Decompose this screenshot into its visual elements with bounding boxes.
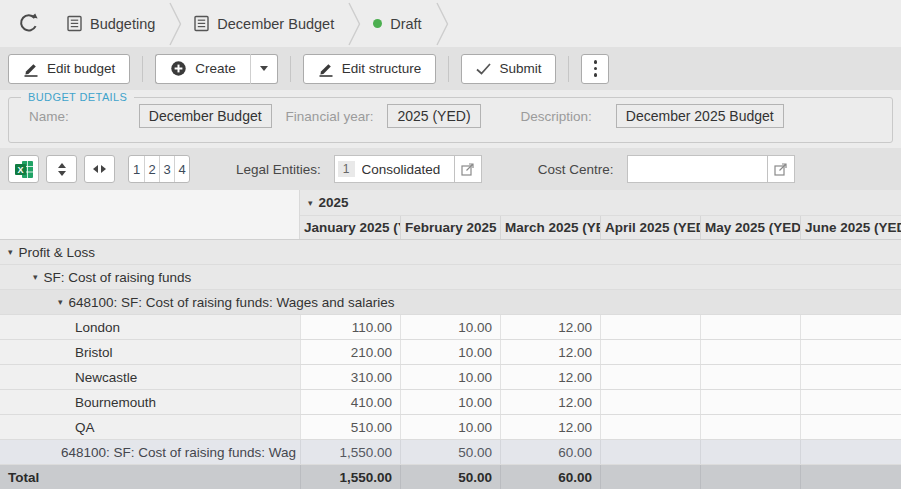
expand-collapse-columns-button[interactable]: [84, 155, 115, 183]
legal-entities-field[interactable]: 1 Consolidated: [334, 155, 482, 183]
breadcrumb-item-december-budget[interactable]: December Budget: [194, 15, 334, 32]
create-dropdown-button[interactable]: [250, 54, 278, 84]
group-row-profit-and-loss[interactable]: ▾ Profit & Loss: [0, 240, 901, 265]
arrow-up-icon: [58, 163, 66, 168]
status-badge: Draft: [390, 16, 421, 32]
cell-value[interactable]: 12.00: [500, 415, 600, 439]
cost-centre-popout-button[interactable]: [767, 155, 795, 183]
cell-value[interactable]: [600, 365, 700, 389]
collapse-triangle-icon: ▾: [33, 272, 38, 282]
budget-grid: ▾ 2025 January 2025 (Y February 2025 ( M…: [0, 190, 901, 489]
cell-value[interactable]: [600, 340, 700, 364]
pencil-icon: [23, 61, 39, 77]
cell-value[interactable]: [600, 390, 700, 414]
page-button-2[interactable]: 2: [144, 156, 159, 182]
refresh-button[interactable]: [16, 11, 41, 36]
group-row-sf-cost-of-raising-funds[interactable]: ▾ SF: Cost of raising funds: [0, 265, 901, 290]
cell-value[interactable]: [600, 415, 700, 439]
breadcrumb-separator: [435, 2, 450, 46]
budget-details-legend: BUDGET DETAILS: [21, 91, 134, 103]
cell-value[interactable]: [700, 340, 800, 364]
budget-details-fieldset: BUDGET DETAILS Name: December Budget Fin…: [8, 91, 893, 143]
grid-header: ▾ 2025 January 2025 (Y February 2025 ( M…: [0, 190, 901, 240]
cost-centre-field[interactable]: [627, 155, 795, 183]
submit-button[interactable]: Submit: [461, 54, 556, 84]
column-header-may: May 2025 (YED): [700, 216, 800, 239]
more-options-button[interactable]: [581, 54, 609, 84]
cell-value[interactable]: 10.00: [400, 315, 500, 339]
description-label: Description:: [521, 109, 592, 124]
table-row-london: London 110.00 10.00 12.00: [0, 315, 901, 340]
svg-text:X: X: [17, 164, 23, 174]
expand-collapse-rows-button[interactable]: [46, 155, 77, 183]
cell-value[interactable]: [800, 415, 901, 439]
cell-value[interactable]: [700, 415, 800, 439]
cell-value[interactable]: [800, 340, 901, 364]
total-value: 60.00: [500, 465, 600, 489]
toolbar-divider: [142, 56, 143, 82]
grid-header-corner: [0, 190, 300, 239]
cell-value[interactable]: 510.00: [300, 415, 400, 439]
collapse-triangle-icon: ▾: [308, 198, 313, 208]
cell-value[interactable]: [700, 315, 800, 339]
budget-details-section: BUDGET DETAILS Name: December Budget Fin…: [0, 90, 901, 148]
cell-value[interactable]: 410.00: [300, 390, 400, 414]
collapse-triangle-icon: ▾: [8, 247, 13, 257]
popout-icon: [774, 163, 787, 176]
cell-value[interactable]: 110.00: [300, 315, 400, 339]
page-selector: 1 2 3 4: [128, 155, 190, 183]
excel-icon: X: [14, 160, 34, 179]
breadcrumb-item-draft-status[interactable]: Draft: [373, 16, 421, 32]
table-row-qa: QA 510.00 10.00 12.00: [0, 415, 901, 440]
cell-value[interactable]: [600, 315, 700, 339]
popout-icon: [461, 163, 474, 176]
group-row-label: 648100: SF: Cost of raising funds: Wages…: [69, 295, 395, 310]
collapse-triangle-icon: ▾: [58, 297, 63, 307]
group-row-648100-wages-and-salaries[interactable]: ▾ 648100: SF: Cost of raising funds: Wag…: [0, 290, 901, 315]
create-button[interactable]: Create: [155, 54, 250, 84]
cell-value[interactable]: 12.00: [500, 315, 600, 339]
document-icon: [67, 15, 82, 32]
export-excel-button[interactable]: X: [8, 155, 39, 183]
cell-value[interactable]: 10.00: [400, 365, 500, 389]
cell-value[interactable]: 10.00: [400, 390, 500, 414]
cell-value[interactable]: 12.00: [500, 365, 600, 389]
table-row-bournemouth: Bournemouth 410.00 10.00 12.00: [0, 390, 901, 415]
cell-value[interactable]: [800, 390, 901, 414]
legal-entities-popout-button[interactable]: [454, 155, 482, 183]
edit-budget-button[interactable]: Edit budget: [8, 54, 130, 84]
column-header-june: June 2025 (YED): [800, 216, 901, 239]
group-row-label: SF: Cost of raising funds: [44, 270, 192, 285]
page-button-1[interactable]: 1: [129, 156, 144, 182]
toolbar-divider: [290, 56, 291, 82]
edit-structure-button[interactable]: Edit structure: [303, 54, 437, 84]
subtotal-value: 1,550.00: [300, 440, 400, 464]
plus-circle-icon: [170, 60, 187, 77]
year-group-header[interactable]: ▾ 2025: [300, 190, 901, 215]
legal-entities-value: Consolidated: [362, 162, 454, 177]
page-button-4[interactable]: 4: [174, 156, 189, 182]
cell-value[interactable]: 12.00: [500, 340, 600, 364]
total-value: 1,550.00: [300, 465, 400, 489]
subtotal-value: 50.00: [400, 440, 500, 464]
cell-value[interactable]: [800, 365, 901, 389]
cell-value[interactable]: 12.00: [500, 390, 600, 414]
cell-value[interactable]: [800, 315, 901, 339]
chevron-down-icon: [260, 66, 268, 71]
cell-value[interactable]: 10.00: [400, 415, 500, 439]
page-button-3[interactable]: 3: [159, 156, 174, 182]
submit-label: Submit: [499, 61, 541, 76]
cell-value[interactable]: [700, 390, 800, 414]
kebab-icon: [594, 58, 598, 78]
subtotal-label: 648100: SF: Cost of raising funds: Wag: [0, 440, 300, 464]
arrow-right-icon: [101, 165, 106, 173]
cell-value[interactable]: 310.00: [300, 365, 400, 389]
group-row-label: Profit & Loss: [19, 245, 96, 260]
cell-value[interactable]: 10.00: [400, 340, 500, 364]
financial-year-field: 2025 (YED): [387, 104, 480, 128]
cell-value[interactable]: 210.00: [300, 340, 400, 364]
arrow-left-icon: [93, 165, 98, 173]
financial-year-label: Financial year:: [286, 109, 374, 124]
cell-value[interactable]: [700, 365, 800, 389]
breadcrumb-item-budgeting[interactable]: Budgeting: [67, 15, 155, 32]
